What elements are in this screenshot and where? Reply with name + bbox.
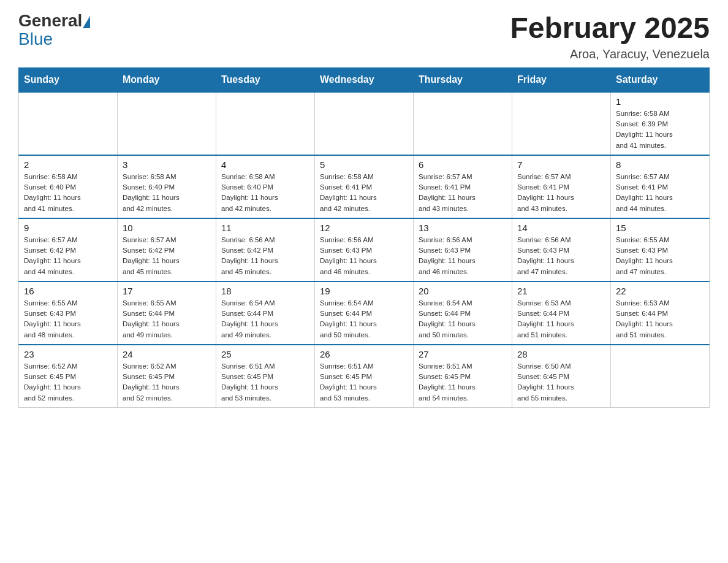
day-info: Sunrise: 6:53 AM Sunset: 6:44 PM Dayligh… xyxy=(517,298,605,340)
calendar-cell: 3Sunrise: 6:58 AM Sunset: 6:40 PM Daylig… xyxy=(118,155,216,218)
day-number: 11 xyxy=(221,223,309,233)
day-of-week-header: Tuesday xyxy=(216,67,315,92)
day-of-week-header: Sunday xyxy=(19,67,118,92)
calendar-cell: 21Sunrise: 6:53 AM Sunset: 6:44 PM Dayli… xyxy=(512,282,611,345)
day-number: 17 xyxy=(123,286,211,296)
day-number: 10 xyxy=(123,223,211,233)
day-of-week-header: Thursday xyxy=(414,67,512,92)
day-number: 3 xyxy=(123,159,211,170)
day-number: 25 xyxy=(221,349,309,359)
day-info: Sunrise: 6:58 AM Sunset: 6:40 PM Dayligh… xyxy=(221,172,309,214)
week-row: 2Sunrise: 6:58 AM Sunset: 6:40 PM Daylig… xyxy=(19,155,710,218)
day-info: Sunrise: 6:55 AM Sunset: 6:43 PM Dayligh… xyxy=(24,298,112,340)
day-number: 26 xyxy=(320,349,408,359)
day-number: 4 xyxy=(221,159,309,170)
day-info: Sunrise: 6:58 AM Sunset: 6:40 PM Dayligh… xyxy=(24,172,112,214)
day-info: Sunrise: 6:56 AM Sunset: 6:42 PM Dayligh… xyxy=(221,235,309,277)
calendar-cell: 13Sunrise: 6:56 AM Sunset: 6:43 PM Dayli… xyxy=(414,218,512,282)
day-info: Sunrise: 6:55 AM Sunset: 6:43 PM Dayligh… xyxy=(616,235,704,277)
day-info: Sunrise: 6:57 AM Sunset: 6:41 PM Dayligh… xyxy=(517,172,605,214)
calendar-cell: 1Sunrise: 6:58 AM Sunset: 6:39 PM Daylig… xyxy=(611,92,710,155)
calendar-cell: 19Sunrise: 6:54 AM Sunset: 6:44 PM Dayli… xyxy=(315,282,414,345)
day-of-week-header: Wednesday xyxy=(315,67,414,92)
calendar-cell: 4Sunrise: 6:58 AM Sunset: 6:40 PM Daylig… xyxy=(216,155,315,218)
calendar-cell xyxy=(118,92,216,155)
calendar-cell: 24Sunrise: 6:52 AM Sunset: 6:45 PM Dayli… xyxy=(118,345,216,408)
day-number: 16 xyxy=(24,286,112,296)
day-number: 7 xyxy=(517,159,605,170)
day-info: Sunrise: 6:58 AM Sunset: 6:39 PM Dayligh… xyxy=(616,109,704,151)
calendar-cell: 25Sunrise: 6:51 AM Sunset: 6:45 PM Dayli… xyxy=(216,345,315,408)
day-info: Sunrise: 6:50 AM Sunset: 6:45 PM Dayligh… xyxy=(517,361,605,404)
day-info: Sunrise: 6:54 AM Sunset: 6:44 PM Dayligh… xyxy=(221,298,309,340)
calendar-cell: 5Sunrise: 6:58 AM Sunset: 6:41 PM Daylig… xyxy=(315,155,414,218)
day-number: 21 xyxy=(517,286,605,296)
calendar-table: SundayMondayTuesdayWednesdayThursdayFrid… xyxy=(18,67,710,408)
day-number: 1 xyxy=(616,96,704,107)
day-info: Sunrise: 6:54 AM Sunset: 6:44 PM Dayligh… xyxy=(320,298,408,340)
day-info: Sunrise: 6:51 AM Sunset: 6:45 PM Dayligh… xyxy=(221,361,309,404)
calendar-cell xyxy=(315,92,414,155)
day-info: Sunrise: 6:57 AM Sunset: 6:42 PM Dayligh… xyxy=(123,235,211,277)
calendar-cell: 17Sunrise: 6:55 AM Sunset: 6:44 PM Dayli… xyxy=(118,282,216,345)
day-info: Sunrise: 6:56 AM Sunset: 6:43 PM Dayligh… xyxy=(320,235,408,277)
calendar-cell: 6Sunrise: 6:57 AM Sunset: 6:41 PM Daylig… xyxy=(414,155,512,218)
day-info: Sunrise: 6:51 AM Sunset: 6:45 PM Dayligh… xyxy=(320,361,408,404)
day-number: 9 xyxy=(24,223,112,233)
day-number: 5 xyxy=(320,159,408,170)
logo: General Blue xyxy=(18,12,91,49)
day-number: 24 xyxy=(123,349,211,359)
calendar-cell: 28Sunrise: 6:50 AM Sunset: 6:45 PM Dayli… xyxy=(512,345,611,408)
day-info: Sunrise: 6:57 AM Sunset: 6:41 PM Dayligh… xyxy=(616,172,704,214)
location-subtitle: Aroa, Yaracuy, Venezuela xyxy=(510,47,710,61)
calendar-cell: 10Sunrise: 6:57 AM Sunset: 6:42 PM Dayli… xyxy=(118,218,216,282)
day-info: Sunrise: 6:52 AM Sunset: 6:45 PM Dayligh… xyxy=(123,361,211,404)
day-number: 13 xyxy=(419,223,507,233)
day-number: 14 xyxy=(517,223,605,233)
calendar-cell xyxy=(414,92,512,155)
day-info: Sunrise: 6:52 AM Sunset: 6:45 PM Dayligh… xyxy=(24,361,112,404)
month-title: February 2025 xyxy=(510,12,710,45)
day-of-week-header: Monday xyxy=(118,67,216,92)
calendar-cell xyxy=(512,92,611,155)
day-info: Sunrise: 6:58 AM Sunset: 6:41 PM Dayligh… xyxy=(320,172,408,214)
calendar-cell: 22Sunrise: 6:53 AM Sunset: 6:44 PM Dayli… xyxy=(611,282,710,345)
day-info: Sunrise: 6:55 AM Sunset: 6:44 PM Dayligh… xyxy=(123,298,211,340)
calendar-cell: 9Sunrise: 6:57 AM Sunset: 6:42 PM Daylig… xyxy=(19,218,118,282)
day-number: 22 xyxy=(616,286,704,296)
day-info: Sunrise: 6:56 AM Sunset: 6:43 PM Dayligh… xyxy=(419,235,507,277)
logo-blue-text: Blue xyxy=(18,29,53,49)
day-number: 8 xyxy=(616,159,704,170)
day-number: 28 xyxy=(517,349,605,359)
calendar-cell: 27Sunrise: 6:51 AM Sunset: 6:45 PM Dayli… xyxy=(414,345,512,408)
calendar-cell: 11Sunrise: 6:56 AM Sunset: 6:42 PM Dayli… xyxy=(216,218,315,282)
week-row: 9Sunrise: 6:57 AM Sunset: 6:42 PM Daylig… xyxy=(19,218,710,282)
day-number: 2 xyxy=(24,159,112,170)
day-number: 19 xyxy=(320,286,408,296)
calendar-cell: 18Sunrise: 6:54 AM Sunset: 6:44 PM Dayli… xyxy=(216,282,315,345)
day-of-week-header: Saturday xyxy=(611,67,710,92)
day-info: Sunrise: 6:51 AM Sunset: 6:45 PM Dayligh… xyxy=(419,361,507,404)
day-number: 6 xyxy=(419,159,507,170)
day-number: 27 xyxy=(419,349,507,359)
week-row: 16Sunrise: 6:55 AM Sunset: 6:43 PM Dayli… xyxy=(19,282,710,345)
day-number: 23 xyxy=(24,349,112,359)
day-info: Sunrise: 6:53 AM Sunset: 6:44 PM Dayligh… xyxy=(616,298,704,340)
day-number: 12 xyxy=(320,223,408,233)
calendar-cell xyxy=(216,92,315,155)
calendar-cell: 23Sunrise: 6:52 AM Sunset: 6:45 PM Dayli… xyxy=(19,345,118,408)
calendar-cell: 16Sunrise: 6:55 AM Sunset: 6:43 PM Dayli… xyxy=(19,282,118,345)
day-number: 18 xyxy=(221,286,309,296)
calendar-cell xyxy=(611,345,710,408)
day-number: 20 xyxy=(419,286,507,296)
calendar-cell: 2Sunrise: 6:58 AM Sunset: 6:40 PM Daylig… xyxy=(19,155,118,218)
day-info: Sunrise: 6:58 AM Sunset: 6:40 PM Dayligh… xyxy=(123,172,211,214)
week-row: 1Sunrise: 6:58 AM Sunset: 6:39 PM Daylig… xyxy=(19,92,710,155)
week-row: 23Sunrise: 6:52 AM Sunset: 6:45 PM Dayli… xyxy=(19,345,710,408)
day-of-week-header: Friday xyxy=(512,67,611,92)
calendar-cell: 7Sunrise: 6:57 AM Sunset: 6:41 PM Daylig… xyxy=(512,155,611,218)
calendar-cell: 26Sunrise: 6:51 AM Sunset: 6:45 PM Dayli… xyxy=(315,345,414,408)
day-number: 15 xyxy=(616,223,704,233)
title-section: February 2025 Aroa, Yaracuy, Venezuela xyxy=(510,12,710,61)
day-info: Sunrise: 6:54 AM Sunset: 6:44 PM Dayligh… xyxy=(419,298,507,340)
